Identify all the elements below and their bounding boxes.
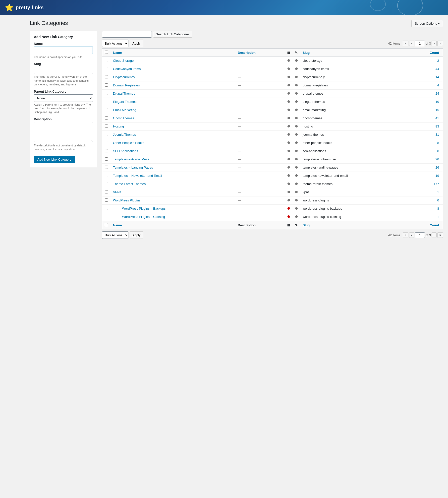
row-icon2-cell: [292, 180, 300, 188]
bottom-apply-button[interactable]: Apply: [130, 231, 143, 239]
footer-name[interactable]: Name: [111, 221, 235, 229]
row-checkbox[interactable]: [105, 59, 108, 62]
row-icon1-cell: [285, 139, 292, 147]
add-new-link-category-button[interactable]: Add New Link Category: [34, 156, 75, 163]
footer-slug[interactable]: Slug: [300, 221, 409, 229]
bottom-prev-page-button[interactable]: ‹: [409, 232, 414, 238]
top-apply-button[interactable]: Apply: [130, 40, 143, 47]
row-checkbox[interactable]: [105, 182, 108, 185]
row-checkbox[interactable]: [105, 133, 108, 136]
row-checkbox-cell: [102, 172, 111, 180]
row-name-link[interactable]: Ghost Themes: [113, 116, 134, 120]
row-checkbox[interactable]: [105, 207, 108, 210]
header-description[interactable]: Description: [235, 49, 285, 57]
row-name-link[interactable]: Hosting: [113, 124, 124, 128]
table-row: Templates – Landing Pages—templates-land…: [102, 164, 443, 172]
row-name-link[interactable]: CodeCanyon Items: [113, 67, 141, 71]
bottom-first-page-button[interactable]: «: [403, 232, 408, 238]
row-checkbox-cell: [102, 131, 111, 139]
row-name-cell: CodeCanyon Items: [111, 65, 235, 73]
parent-select[interactable]: None: [34, 94, 93, 102]
search-button[interactable]: Search Link Categories: [153, 31, 192, 38]
row-name-link[interactable]: VPNs: [113, 190, 121, 194]
header-name[interactable]: Name: [111, 49, 235, 57]
search-input[interactable]: [102, 31, 152, 38]
description-input[interactable]: [34, 122, 93, 142]
row-checkbox[interactable]: [105, 116, 108, 120]
row-name-link[interactable]: Theme Forest Themes: [113, 182, 146, 186]
row-checkbox-cell: [102, 65, 111, 73]
row-checkbox[interactable]: [105, 108, 108, 111]
bottom-next-page-button[interactable]: ›: [432, 232, 437, 238]
row-name-link[interactable]: Domain Registrars: [113, 83, 140, 87]
row-checkbox[interactable]: [105, 190, 108, 193]
top-first-page-button[interactable]: «: [403, 41, 408, 46]
row-description-cell: —: [235, 188, 285, 196]
row-name-link[interactable]: Email Marketing: [113, 108, 136, 112]
row-name-link[interactable]: Templates – Newsletter and Email: [113, 174, 162, 178]
row-checkbox[interactable]: [105, 83, 108, 87]
row-dot1-icon: [287, 207, 290, 210]
header-slug[interactable]: Slug: [300, 49, 409, 57]
row-name-link[interactable]: — WordPress Plugins – Caching: [113, 215, 165, 219]
row-dot2-icon: [295, 133, 298, 136]
bottom-last-page-button[interactable]: »: [437, 232, 443, 238]
top-last-page-button[interactable]: »: [437, 41, 443, 46]
row-dot1-icon: [287, 191, 290, 193]
categories-table: Name Description ⊞ ✎ Slug Count Cloud St…: [102, 48, 443, 229]
row-name-link[interactable]: Cloud Storage: [113, 59, 134, 62]
screen-options-button[interactable]: Screen Options ▾: [411, 20, 443, 27]
row-name-link[interactable]: SEO Applications: [113, 149, 138, 153]
top-bulk-actions-select[interactable]: Bulk Actions: [102, 40, 128, 47]
row-name-link[interactable]: Joomla Themes: [113, 133, 136, 136]
row-checkbox[interactable]: [105, 100, 108, 103]
row-icon1-cell: [285, 196, 292, 205]
row-dot2-icon: [295, 125, 298, 127]
row-dot2-icon: [295, 174, 298, 177]
bottom-bulk-actions-select[interactable]: Bulk Actions: [102, 231, 128, 239]
row-checkbox[interactable]: [105, 215, 108, 218]
row-checkbox[interactable]: [105, 198, 108, 202]
row-name-link[interactable]: Templates – Adobe Muse: [113, 157, 149, 161]
row-checkbox[interactable]: [105, 166, 108, 169]
row-checkbox[interactable]: [105, 75, 108, 78]
row-name-link[interactable]: — WordPress Plugins – Backups: [113, 207, 166, 210]
row-checkbox[interactable]: [105, 124, 108, 128]
header-count[interactable]: Count: [409, 49, 443, 57]
row-icon1-cell: [285, 155, 292, 164]
row-name-cell: Templates – Newsletter and Email: [111, 172, 235, 180]
row-name-link[interactable]: Drupal Themes: [113, 92, 135, 95]
row-dot1-icon: [287, 133, 290, 136]
row-name-link[interactable]: Cryptocurrency: [113, 75, 135, 79]
row-dot1-icon: [287, 59, 290, 62]
row-checkbox[interactable]: [105, 92, 108, 95]
row-checkbox[interactable]: [105, 157, 108, 161]
row-name-link[interactable]: Other People's Books: [113, 141, 144, 145]
top-next-page-button[interactable]: ›: [432, 41, 437, 46]
row-name-link[interactable]: Elegant Themes: [113, 100, 136, 104]
row-checkbox[interactable]: [105, 174, 108, 177]
slug-input[interactable]: [34, 67, 93, 74]
top-prev-page-button[interactable]: ‹: [409, 41, 414, 46]
row-checkbox[interactable]: [105, 67, 108, 70]
select-all-footer-checkbox[interactable]: [105, 223, 108, 226]
footer-count[interactable]: Count: [409, 221, 443, 229]
select-all-checkbox[interactable]: [105, 51, 108, 54]
bottom-controls: Bulk Actions Apply 42 items « ‹ of 3 › »: [102, 231, 443, 239]
row-name-cell: Other People's Books: [111, 139, 235, 147]
row-checkbox[interactable]: [105, 149, 108, 152]
table-row: Templates – Adobe Muse—templates-adobe-m…: [102, 155, 443, 164]
row-name-link[interactable]: WordPress Plugins: [113, 198, 140, 202]
parent-hint: Assign a parent term to create a hierarc…: [34, 103, 93, 114]
row-name-link[interactable]: Templates – Landing Pages: [113, 166, 153, 169]
bottom-page-input[interactable]: [415, 232, 425, 238]
row-name-cell: WordPress Plugins: [111, 196, 235, 205]
row-icon1-cell: [285, 164, 292, 172]
row-count-cell: 44: [409, 65, 443, 73]
row-checkbox[interactable]: [105, 141, 108, 144]
screen-options-chevron: ▾: [438, 22, 440, 25]
bottom-bulk-controls: Bulk Actions Apply: [102, 231, 143, 239]
top-page-input[interactable]: [415, 41, 425, 46]
name-input[interactable]: [34, 47, 93, 54]
row-icon2-cell: [292, 147, 300, 155]
